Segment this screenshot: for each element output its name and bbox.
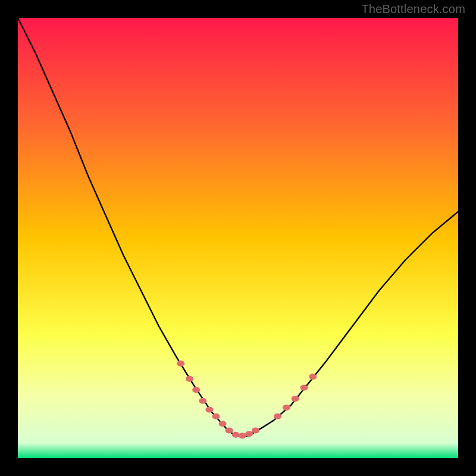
marker-dot [283, 405, 290, 411]
marker-dot [252, 427, 259, 433]
marker-dot [300, 385, 308, 391]
marker-dot [199, 398, 206, 404]
chart-svg [0, 0, 476, 476]
watermark-text: TheBottleneck.com [361, 2, 465, 16]
marker-dot [186, 376, 193, 382]
marker-dot [192, 387, 200, 393]
marker-dot [177, 361, 184, 367]
chart-stage: TheBottleneck.com [0, 0, 476, 476]
marker-dot [292, 396, 299, 402]
marker-dot [226, 427, 233, 433]
marker-dot [274, 414, 281, 419]
marker-dot [309, 374, 317, 380]
marker-dot [205, 407, 213, 413]
marker-dot [219, 421, 227, 427]
marker-dot [232, 432, 240, 438]
marker-dot [239, 433, 246, 439]
plot-background [18, 18, 458, 458]
marker-dot [245, 431, 253, 437]
marker-dot [212, 414, 220, 419]
